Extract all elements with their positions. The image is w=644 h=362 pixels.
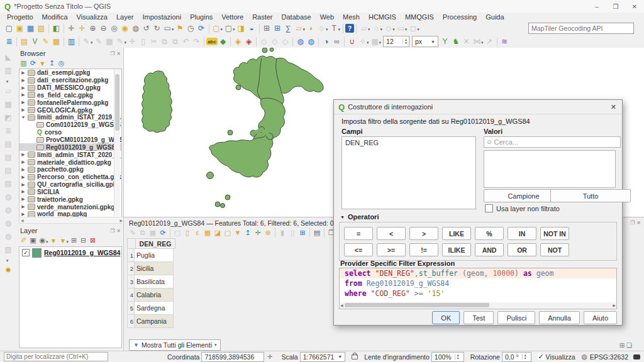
cancel-button[interactable]: Annulla bbox=[539, 311, 580, 324]
layout-manager-icon[interactable]: ▥ bbox=[66, 36, 77, 47]
lock-scale-icon[interactable] bbox=[352, 354, 358, 359]
menu-guida[interactable]: Guida bbox=[481, 13, 508, 21]
digitize-shape-2-dropdown-icon[interactable]: ▾ bbox=[380, 27, 383, 32]
highlight-pinned-labels-icon[interactable]: ◈ bbox=[243, 36, 254, 47]
advanced-digitizing-panel-icon[interactable]: ◣ bbox=[3, 52, 14, 62]
new-map-view-dropdown-icon[interactable]: ▾ bbox=[172, 27, 174, 32]
undo-icon[interactable]: ↶ bbox=[180, 36, 191, 47]
layer-diagram-icon[interactable]: ◆ bbox=[218, 36, 228, 47]
tree-expander-icon[interactable]: ▼ bbox=[21, 115, 26, 119]
filter-legend-icon[interactable]: ▼ bbox=[49, 236, 58, 245]
copy-features-icon[interactable]: ⧉ bbox=[159, 36, 170, 47]
layer-visibility-checkbox[interactable]: ✓ bbox=[22, 249, 30, 256]
select-by-form-icon[interactable]: ◨ bbox=[236, 23, 247, 34]
menu-raster[interactable]: Raster bbox=[248, 13, 277, 21]
menu-visualizza[interactable]: Visualizza bbox=[72, 13, 112, 21]
remove-layer-icon[interactable]: ⊠ bbox=[88, 236, 97, 245]
new-field-icon[interactable]: ▮ bbox=[277, 228, 287, 238]
browser-item[interactable]: ▶traiettorie.gpkg bbox=[19, 195, 121, 203]
attr-field-calculator-icon[interactable]: ⊞ bbox=[297, 228, 308, 238]
operator-button-not-in[interactable]: NOT IN bbox=[540, 227, 569, 240]
test-button[interactable]: Test bbox=[464, 311, 494, 324]
digitize-shape-1-dropdown-icon[interactable]: ▾ bbox=[368, 27, 370, 32]
menu-progetto[interactable]: Progetto bbox=[3, 13, 38, 21]
tree-expander-icon[interactable]: ▶ bbox=[21, 92, 26, 97]
menu-vettore[interactable]: Vettore bbox=[217, 13, 248, 21]
save-project-icon[interactable]: ▦ bbox=[25, 23, 36, 34]
whats-this-icon[interactable]: ? bbox=[345, 24, 354, 33]
add-vector-tile-layer-icon[interactable]: ▨ bbox=[3, 244, 14, 255]
browser-item[interactable]: ProvCM01012019_g_WGS bbox=[19, 136, 121, 144]
browser-dock-icon[interactable]: ❐ bbox=[110, 51, 114, 57]
form-view-icon[interactable]: ❏ bbox=[626, 342, 632, 349]
browser-close-icon[interactable]: ✕ bbox=[116, 51, 121, 57]
move-feature-icon[interactable]: ✛ bbox=[127, 36, 138, 47]
paste-features-icon[interactable]: ⧉ bbox=[170, 36, 180, 47]
save-edits-icon[interactable]: ▦ bbox=[104, 36, 115, 47]
tree-expander-icon[interactable]: ▶ bbox=[21, 189, 26, 194]
fields-list[interactable]: DEN_REG bbox=[341, 136, 476, 209]
new-shapefile-icon[interactable]: ✎ bbox=[40, 36, 51, 47]
layers-dock-icon[interactable]: ❐ bbox=[110, 228, 114, 234]
deselect-all-icon[interactable]: ▢ bbox=[223, 228, 233, 238]
menu-hcmgis[interactable]: HCMGIS bbox=[364, 13, 401, 21]
add-mesh-layer-icon[interactable]: ◩ bbox=[3, 112, 14, 123]
python-console-icon[interactable]: ◑ bbox=[321, 36, 331, 47]
tree-expander-icon[interactable]: ▶ bbox=[21, 160, 26, 165]
grid-display-dropdown-icon[interactable]: ▾ bbox=[379, 40, 382, 45]
style-manager-icon[interactable]: ◧ bbox=[51, 23, 62, 34]
save-project-as-icon[interactable]: ▧ bbox=[36, 23, 47, 34]
all-values-button[interactable]: Tutto bbox=[550, 189, 631, 202]
annotations-dropdown-icon[interactable]: ▾ bbox=[326, 27, 328, 32]
browser-item[interactable]: ▶DATI_MESSICO.gpkg bbox=[19, 84, 121, 92]
zoom-last-icon[interactable]: ↺ bbox=[141, 23, 152, 34]
operator-button-or[interactable]: OR bbox=[508, 243, 536, 256]
add-wcs-layer-icon[interactable]: ◍ bbox=[3, 217, 14, 228]
row-number[interactable]: 3 bbox=[127, 275, 135, 288]
show-all-features-button[interactable]: ▼ Mostra Tutti gli Elementi ▾ bbox=[129, 339, 221, 351]
maptiler-geocoding-input[interactable] bbox=[528, 23, 634, 34]
operators-section-label[interactable]: ▼ Operatori bbox=[340, 213, 379, 221]
browser-item[interactable]: ▼limiti_admin_ISTAT_2019_g.gp bbox=[19, 114, 121, 121]
cell-den-reg[interactable]: Campania bbox=[135, 315, 174, 328]
browser-item[interactable]: Qcorso bbox=[19, 129, 121, 136]
cell-den-reg[interactable]: Basilicata bbox=[135, 275, 174, 288]
offset-curve-icon[interactable]: ↗ bbox=[484, 36, 495, 47]
digitize-shape-3-dropdown-icon[interactable]: ▾ bbox=[392, 27, 395, 32]
add-group-icon[interactable]: ▣ bbox=[28, 236, 38, 245]
clear-trace-icon[interactable]: ✕ bbox=[461, 36, 472, 47]
spinner-arrows-icon[interactable]: ▲▼ bbox=[402, 38, 409, 45]
minimize-button[interactable]: – bbox=[587, 0, 606, 13]
menu-impostazioni[interactable]: Impostazioni bbox=[138, 13, 186, 21]
toggle-editing-icon[interactable]: ✎ bbox=[94, 36, 104, 47]
new-virtual-layer-icon[interactable]: V bbox=[30, 36, 40, 47]
coordinate-value[interactable]: 718599,3894536 bbox=[201, 352, 264, 362]
table-row[interactable]: 1Puglia bbox=[127, 249, 175, 262]
browser-item[interactable]: ▶SICILIA bbox=[19, 189, 121, 196]
identify-features-icon[interactable]: ◒ bbox=[247, 23, 257, 34]
browser-item[interactable]: ▶verde_manutenzioni.gpkg bbox=[19, 203, 121, 211]
autotrace-icon[interactable]: ♞ bbox=[450, 36, 461, 47]
extent-toggle-icon[interactable]: ✛ bbox=[264, 351, 275, 362]
snap-tolerance-spinbox[interactable]: 12 ▲▼ bbox=[383, 36, 409, 47]
zoom-full-icon[interactable]: ◎ bbox=[109, 23, 119, 34]
georeferencer-icon[interactable]: ✸ bbox=[3, 265, 14, 275]
crs-globe-icon[interactable]: ◍ bbox=[579, 351, 590, 362]
add-arcgis-layer-icon[interactable]: ◍ bbox=[3, 231, 14, 241]
browser-item[interactable]: Com01012019_g_WGS84 bbox=[19, 121, 121, 129]
cell-den-reg[interactable]: Sardegna bbox=[135, 302, 174, 315]
browser-item[interactable]: ▶GEOLOGICA.gpkg bbox=[19, 106, 121, 114]
delete-selected-icon[interactable]: ▯ bbox=[138, 36, 148, 47]
add-selected-layers-icon[interactable]: ▥ bbox=[19, 58, 28, 68]
menu-layer[interactable]: Layer bbox=[112, 13, 138, 21]
operator-button-not[interactable]: NOT bbox=[540, 243, 569, 256]
browser-item[interactable]: ▶Percorso_con_etichetta.gpkg bbox=[19, 173, 121, 181]
browser-item[interactable]: ▶QU_cartografia_sicilia.gpkg bbox=[19, 181, 121, 189]
filter-browser-icon[interactable]: ▼ bbox=[38, 58, 47, 68]
add-mssql-layer-icon[interactable]: ▤ bbox=[3, 165, 14, 175]
browser-vertical-scrollbar[interactable] bbox=[114, 69, 120, 216]
refresh-browser-icon[interactable]: ⟳ bbox=[28, 58, 38, 68]
select-features-dropdown-icon[interactable]: ▾ bbox=[221, 27, 223, 32]
filter-expression-editor[interactable]: select "DEN_REG",st_buffer (geom, 10000)… bbox=[339, 268, 617, 309]
add-wfs-layer-icon[interactable]: ◍ bbox=[3, 204, 14, 215]
